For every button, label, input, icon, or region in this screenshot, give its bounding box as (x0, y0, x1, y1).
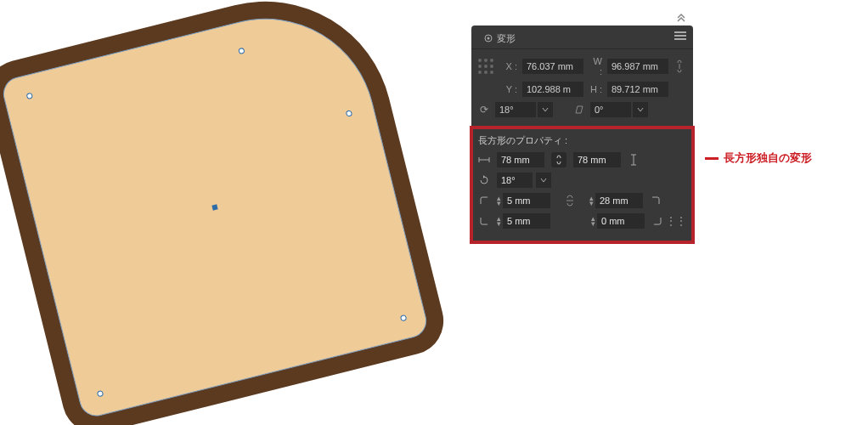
rect-height-input[interactable] (573, 152, 621, 167)
tab-transform[interactable]: 変形 (476, 29, 522, 48)
corner-bl-icon (478, 215, 490, 227)
reference-point-selector[interactable] (478, 59, 493, 74)
rotate-input[interactable] (495, 102, 536, 117)
shear-icon (573, 104, 585, 116)
rotate-dropdown[interactable] (538, 102, 553, 117)
svg-rect-2 (674, 31, 686, 33)
svg-point-1 (488, 37, 490, 39)
x-label: X : (504, 61, 517, 71)
corner-bl-input[interactable] (503, 213, 550, 229)
corner-handle-tl[interactable] (26, 93, 33, 99)
corner-bl-stepper[interactable]: ▴▾ (497, 213, 550, 229)
corner-handle-tr2[interactable] (345, 110, 352, 116)
width-icon (478, 154, 490, 166)
rect-width-input[interactable] (497, 152, 544, 167)
rect-props-title: 長方形のプロパティ : (478, 134, 686, 147)
corner-handle-bl[interactable] (97, 389, 104, 396)
link-corners-icon[interactable] (564, 195, 576, 207)
corner-type-icon[interactable]: ⋮⋮ (670, 215, 682, 227)
target-icon (483, 33, 493, 45)
callout-annotation: 長方形独自の変形 (705, 150, 812, 166)
tab-label: 変形 (497, 32, 516, 45)
panel-menu-icon[interactable] (674, 31, 686, 43)
collapse-chevron-icon[interactable] (676, 12, 686, 25)
h-input[interactable] (607, 82, 668, 97)
y-input[interactable] (522, 82, 583, 97)
corner-br-icon (651, 215, 663, 227)
corner-tr-stepper[interactable]: ▴▾ (589, 193, 643, 208)
corner-handle-br[interactable] (400, 314, 407, 320)
svg-rect-4 (674, 38, 686, 40)
link-wh-icon[interactable] (551, 152, 566, 167)
h-label: H : (589, 84, 602, 94)
w-label: W : (589, 56, 602, 76)
corner-tl-stepper[interactable]: ▴▾ (497, 193, 550, 208)
y-label: Y : (504, 84, 517, 94)
rectangle-properties-section: 長方形のプロパティ : (470, 126, 695, 244)
corner-br-input[interactable] (597, 213, 645, 229)
transform-section: X : W : Y : H : ⟳ (471, 49, 693, 128)
transform-panel: 変形 X : W : Y : H : (471, 26, 693, 242)
shear-input[interactable] (590, 102, 631, 117)
corner-tl-icon (478, 195, 490, 207)
callout-text: 長方形独自の変形 (724, 150, 812, 166)
callout-line (705, 157, 719, 160)
panel-tab-bar: 変形 (471, 26, 693, 49)
constrain-proportions-icon[interactable] (674, 60, 685, 72)
x-input[interactable] (522, 59, 583, 74)
rect-angle-dropdown[interactable] (536, 173, 551, 188)
corner-tl-input[interactable] (503, 193, 550, 208)
corner-br-stepper[interactable]: ▴▾ (591, 213, 645, 229)
rect-angle-input[interactable] (497, 173, 533, 188)
svg-rect-3 (674, 35, 686, 37)
rotate-rect-icon (478, 174, 490, 186)
shear-dropdown[interactable] (633, 102, 648, 117)
selected-rectangle[interactable] (0, 0, 430, 420)
corner-handle-tr[interactable] (238, 47, 245, 54)
canvas (7, 3, 440, 420)
height-icon (628, 154, 640, 166)
rotate-icon: ⟳ (478, 104, 490, 116)
corner-tr-icon (650, 195, 662, 207)
corner-tr-input[interactable] (595, 193, 643, 208)
center-handle[interactable] (211, 204, 217, 210)
w-input[interactable] (607, 59, 668, 74)
outer-shape (0, 0, 451, 425)
